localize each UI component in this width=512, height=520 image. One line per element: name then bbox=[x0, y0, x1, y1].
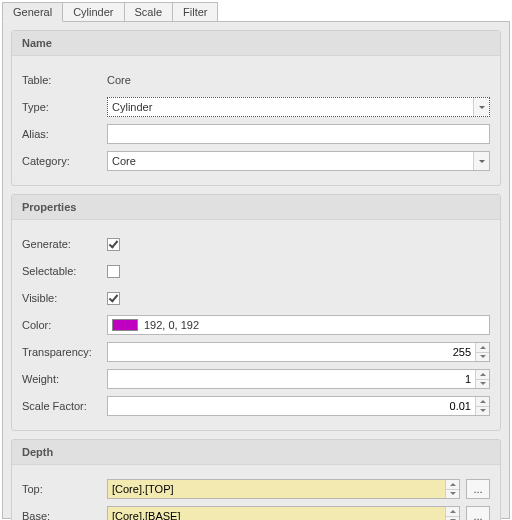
color-picker[interactable]: 192, 0, 192 bbox=[107, 315, 490, 335]
selectable-label: Selectable: bbox=[22, 265, 107, 277]
category-combo[interactable]: Core bbox=[107, 151, 490, 171]
chevron-up-icon bbox=[480, 373, 486, 376]
transparency-spin-down[interactable] bbox=[476, 352, 489, 362]
type-combo-text: Cylinder bbox=[108, 98, 473, 116]
generate-checkbox[interactable] bbox=[107, 238, 120, 251]
chevron-down-icon bbox=[450, 492, 456, 495]
chevron-down-icon bbox=[480, 355, 486, 358]
category-combo-text: Core bbox=[108, 152, 473, 170]
weight-label: Weight: bbox=[22, 373, 107, 385]
base-spin-up[interactable] bbox=[446, 507, 459, 516]
transparency-input[interactable] bbox=[108, 343, 475, 361]
tab-cylinder[interactable]: Cylinder bbox=[62, 2, 124, 21]
scalefactor-spinner[interactable] bbox=[107, 396, 490, 416]
alias-label: Alias: bbox=[22, 128, 107, 140]
type-label: Type: bbox=[22, 101, 107, 113]
table-value: Core bbox=[107, 74, 131, 86]
visible-checkbox[interactable] bbox=[107, 292, 120, 305]
tab-scale[interactable]: Scale bbox=[124, 2, 174, 21]
top-label: Top: bbox=[22, 483, 107, 495]
group-depth: Depth Top: ... Base: bbox=[11, 439, 501, 520]
tab-general[interactable]: General bbox=[2, 2, 63, 22]
tab-strip: General Cylinder Scale Filter bbox=[0, 0, 512, 21]
tab-filter[interactable]: Filter bbox=[172, 2, 218, 21]
scalefactor-label: Scale Factor: bbox=[22, 400, 107, 412]
top-field[interactable] bbox=[107, 479, 460, 499]
alias-input[interactable] bbox=[107, 124, 490, 144]
transparency-spinner[interactable] bbox=[107, 342, 490, 362]
weight-input[interactable] bbox=[108, 370, 475, 388]
chevron-down-icon bbox=[480, 382, 486, 385]
scalefactor-input[interactable] bbox=[108, 397, 475, 415]
top-browse-button[interactable]: ... bbox=[466, 479, 490, 499]
base-input[interactable] bbox=[108, 507, 445, 520]
transparency-spin-up[interactable] bbox=[476, 343, 489, 352]
category-label: Category: bbox=[22, 155, 107, 167]
group-properties: Properties Generate: Selectable: Visible… bbox=[11, 194, 501, 431]
weight-spinner[interactable] bbox=[107, 369, 490, 389]
weight-spin-up[interactable] bbox=[476, 370, 489, 379]
weight-spin-down[interactable] bbox=[476, 379, 489, 389]
group-name-header: Name bbox=[12, 31, 500, 56]
base-browse-button[interactable]: ... bbox=[466, 506, 490, 520]
transparency-label: Transparency: bbox=[22, 346, 107, 358]
chevron-down-icon bbox=[480, 409, 486, 412]
type-combo[interactable]: Cylinder bbox=[107, 97, 490, 117]
top-input[interactable] bbox=[108, 480, 445, 498]
base-field[interactable] bbox=[107, 506, 460, 520]
chevron-up-icon bbox=[450, 483, 456, 486]
base-spin-down[interactable] bbox=[446, 516, 459, 521]
color-swatch bbox=[112, 319, 138, 331]
chevron-down-icon bbox=[479, 106, 485, 109]
generate-label: Generate: bbox=[22, 238, 107, 250]
chevron-up-icon bbox=[450, 510, 456, 513]
top-spin-up[interactable] bbox=[446, 480, 459, 489]
chevron-down-icon bbox=[479, 160, 485, 163]
group-name: Name Table: Core Type: Cylinder Alias: bbox=[11, 30, 501, 186]
color-label: Color: bbox=[22, 319, 107, 331]
category-combo-button[interactable] bbox=[473, 152, 489, 170]
group-properties-header: Properties bbox=[12, 195, 500, 220]
tab-page-general: Name Table: Core Type: Cylinder Alias: bbox=[2, 21, 510, 519]
group-depth-header: Depth bbox=[12, 440, 500, 465]
scalefactor-spin-down[interactable] bbox=[476, 406, 489, 416]
type-combo-button[interactable] bbox=[473, 98, 489, 116]
chevron-up-icon bbox=[480, 400, 486, 403]
scalefactor-spin-up[interactable] bbox=[476, 397, 489, 406]
color-text: 192, 0, 192 bbox=[144, 319, 199, 331]
top-spin-down[interactable] bbox=[446, 489, 459, 499]
visible-label: Visible: bbox=[22, 292, 107, 304]
selectable-checkbox[interactable] bbox=[107, 265, 120, 278]
table-label: Table: bbox=[22, 74, 107, 86]
base-label: Base: bbox=[22, 510, 107, 520]
chevron-up-icon bbox=[480, 346, 486, 349]
